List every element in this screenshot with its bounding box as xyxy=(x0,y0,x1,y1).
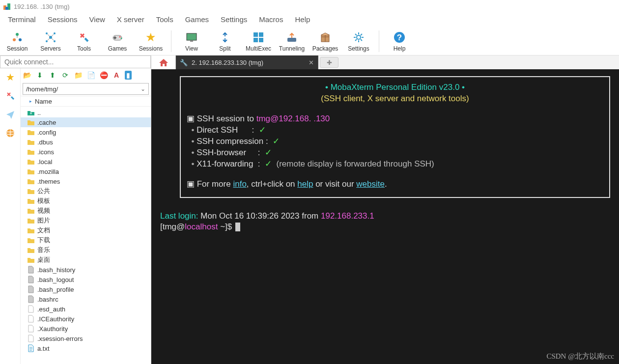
file-row[interactable]: .ICEauthority xyxy=(21,314,151,324)
svg-rect-2 xyxy=(5,7,8,10)
window-title: 192.168. .130 (tmg) xyxy=(14,3,69,10)
menu-view[interactable]: View xyxy=(84,14,111,25)
tb-multiexec[interactable]: MultiExec xyxy=(245,30,272,52)
side-tab-column: ★ xyxy=(0,68,21,364)
new-file-icon[interactable]: 📄 xyxy=(86,71,95,80)
upload-icon[interactable]: ⬆ xyxy=(48,71,57,80)
split-icon xyxy=(218,30,232,44)
file-row[interactable]: .bash_profile xyxy=(21,284,151,294)
ssh-session-line: ▣ SSH session to tmg@192.168. .130 xyxy=(187,113,603,125)
new-tab-button[interactable]: ✚ xyxy=(320,57,338,68)
terminal[interactable]: • MobaXterm Personal Edition v23.0 • (SS… xyxy=(151,69,619,364)
file-row[interactable]: .cache xyxy=(21,117,151,127)
sftp-tab-icon[interactable] xyxy=(4,127,16,139)
file-toolbar: 📂 ⬇ ⬆ ⟳ 📁 📄 ⛔ A ▮ xyxy=(21,68,151,82)
tb-servers[interactable]: Servers xyxy=(37,30,64,52)
home-tab[interactable] xyxy=(151,56,176,69)
file-row[interactable]: 下载 xyxy=(21,235,151,245)
tb-split[interactable]: Split xyxy=(212,30,238,52)
menu-x-server[interactable]: X server xyxy=(111,14,150,25)
star-tab-icon[interactable]: ★ xyxy=(4,71,16,83)
tb-sessions[interactable]: ★Sessions xyxy=(138,30,164,52)
file-txt-icon xyxy=(27,344,35,352)
file-row[interactable]: .bashrc xyxy=(21,294,151,304)
file-gray-icon xyxy=(27,285,35,293)
tb-session[interactable]: Session xyxy=(4,30,30,52)
tb-view[interactable]: View xyxy=(178,30,205,52)
tb-help[interactable]: ?Help xyxy=(386,30,413,52)
cursor-icon xyxy=(235,223,240,231)
file-row[interactable]: .esd_auth xyxy=(21,304,151,314)
file-icon xyxy=(27,315,35,323)
file-row[interactable]: .local xyxy=(21,157,151,167)
file-icon xyxy=(27,305,35,313)
folder-open-icon[interactable]: 📂 xyxy=(23,71,31,80)
file-row[interactable]: .themes xyxy=(21,176,151,186)
file-row[interactable]: .icons xyxy=(21,147,151,157)
banner-title: • MobaXterm Personal Edition v23.0 • xyxy=(187,82,603,93)
folder-icon xyxy=(27,139,35,145)
column-header[interactable]: ▸Name xyxy=(21,96,151,107)
file-row[interactable]: a.txt xyxy=(21,343,151,353)
tb-games[interactable]: Games xyxy=(104,30,131,52)
tb-packages[interactable]: Packages xyxy=(312,30,338,52)
file-row[interactable]: 公共 xyxy=(21,186,151,196)
download-icon[interactable]: ⬇ xyxy=(35,71,44,80)
send-tab-icon[interactable] xyxy=(4,109,16,120)
folder-icon xyxy=(27,178,35,185)
letter-icon[interactable]: A xyxy=(112,71,121,80)
menu-help[interactable]: Help xyxy=(289,14,316,25)
file-row[interactable]: 音乐 xyxy=(21,245,151,255)
svg-point-9 xyxy=(46,40,48,42)
menu-sessions[interactable]: Sessions xyxy=(42,14,84,25)
delete-icon[interactable]: ⛔ xyxy=(99,71,108,80)
file-row[interactable]: .bash_history xyxy=(21,265,151,275)
folder-icon xyxy=(27,119,35,126)
tools-tab-icon[interactable] xyxy=(4,90,16,102)
servers-icon xyxy=(44,30,57,44)
tb-settings[interactable]: Settings xyxy=(345,30,372,52)
file-row[interactable]: .config xyxy=(21,127,151,137)
up-icon xyxy=(27,109,35,116)
path-input[interactable]: /home/tmg/ xyxy=(23,83,149,95)
file-row[interactable]: .mozilla xyxy=(21,167,151,176)
quick-connect-input[interactable] xyxy=(0,56,151,68)
menu-bar: TerminalSessionsViewX serverToolsGamesSe… xyxy=(0,13,619,26)
file-row[interactable]: 桌面 xyxy=(21,255,151,265)
menu-tools[interactable]: Tools xyxy=(150,14,179,25)
svg-rect-20 xyxy=(287,38,296,42)
star-icon: ★ xyxy=(144,30,158,44)
svg-point-8 xyxy=(54,32,56,34)
file-gray-icon xyxy=(27,276,35,283)
toggle-icon[interactable]: ▮ xyxy=(125,71,132,80)
session-tab[interactable]: 🔧 2. 192.168.233.130 (tmg) ✕ xyxy=(176,56,318,69)
svg-rect-19 xyxy=(259,38,263,42)
svg-point-5 xyxy=(19,38,22,41)
menu-games[interactable]: Games xyxy=(179,14,215,25)
menu-macros[interactable]: Macros xyxy=(253,14,289,25)
menu-terminal[interactable]: Terminal xyxy=(2,14,42,25)
file-row[interactable]: .dbus xyxy=(21,137,151,147)
folder-icon xyxy=(27,217,35,224)
file-row[interactable]: 模板 xyxy=(21,196,151,206)
new-folder-icon[interactable]: 📁 xyxy=(74,71,83,80)
svg-rect-14 xyxy=(187,33,197,40)
sidebar: ★ 📂 ⬇ ⬆ ⟳ 📁 📄 ⛔ A ▮ /home/tmg/ ▸ xyxy=(0,56,151,364)
packages-icon xyxy=(318,30,332,44)
file-row[interactable]: 文档 xyxy=(21,225,151,235)
file-row[interactable]: .bash_logout xyxy=(21,275,151,284)
ssh-feat-2: • SSH compression : ✓ xyxy=(187,136,603,147)
close-tab-icon[interactable]: ✕ xyxy=(309,59,314,66)
file-row[interactable]: .xsession-errors xyxy=(21,334,151,343)
file-browser: 📂 ⬇ ⬆ ⟳ 📁 📄 ⛔ A ▮ /home/tmg/ ▸Name ...ca… xyxy=(21,68,151,364)
tb-tunneling[interactable]: Tunneling xyxy=(279,30,305,52)
folder-icon xyxy=(27,227,35,234)
main-toolbar: SessionServersToolsGames★SessionsViewSpl… xyxy=(0,26,619,55)
tb-tools[interactable]: Tools xyxy=(71,30,97,52)
file-row[interactable]: 图片 xyxy=(21,216,151,225)
file-row[interactable]: .Xauthority xyxy=(21,324,151,334)
file-row[interactable]: 视频 xyxy=(21,206,151,216)
refresh-icon[interactable]: ⟳ xyxy=(61,71,70,80)
menu-settings[interactable]: Settings xyxy=(215,14,253,25)
file-row[interactable]: .. xyxy=(21,108,151,117)
